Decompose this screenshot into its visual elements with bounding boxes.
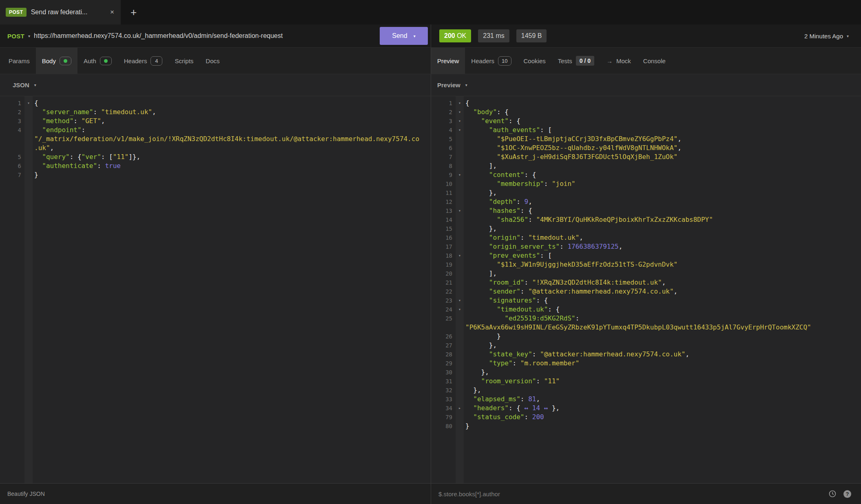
code-line: 3 "method": "GET", xyxy=(0,117,431,126)
fold-toggle-icon xyxy=(24,144,33,153)
code-line: 21 "room_id": "!XRqZN3zQD2dtHc8I4k:timed… xyxy=(431,278,861,287)
enabled-dot-badge xyxy=(60,57,71,65)
line-number: 6 xyxy=(431,144,456,153)
fold-toggle-icon[interactable]: ▾ xyxy=(456,108,464,117)
code-line: 23▾ "signatures": { xyxy=(431,296,861,305)
fold-toggle-icon[interactable]: ▾ xyxy=(456,251,464,260)
code-text: "membership": "join" xyxy=(464,179,861,188)
code-text: "room_version": "11" xyxy=(464,377,861,386)
code-text: "headers": { ↔ 14 ↔ }, xyxy=(464,404,861,413)
code-line: 18▾ "prev_events": [ xyxy=(431,251,861,260)
fold-toggle-icon xyxy=(456,188,464,197)
fold-toggle-icon[interactable]: ▾ xyxy=(456,206,464,215)
close-tab-icon[interactable]: × xyxy=(109,8,115,16)
line-number: 33 xyxy=(431,395,456,404)
tab-headers[interactable]: Headers10 xyxy=(465,48,517,74)
fold-toggle-icon[interactable]: ▾ xyxy=(456,99,464,108)
fold-toggle-icon xyxy=(24,108,33,117)
response-preview-editor[interactable]: 1▾{2▾ "body": {3▾ "event": {4▾ "auth_eve… xyxy=(431,96,861,483)
code-line: 7 "$XuAstr_j-eH9diSqF8J6T3FGDUct5lOqXjBe… xyxy=(431,153,861,161)
line-number: 3 xyxy=(0,117,24,126)
line-number: 80 xyxy=(431,422,456,431)
new-tab-button[interactable]: + xyxy=(121,0,146,24)
code-line: 32 }, xyxy=(431,386,861,395)
fold-toggle-icon[interactable]: ▾ xyxy=(456,296,464,305)
code-text: "body": { xyxy=(464,108,861,117)
tab-headers[interactable]: Headers4 xyxy=(118,48,169,74)
tab-preview[interactable]: Preview xyxy=(431,48,465,74)
code-line: 30 }, xyxy=(431,368,861,377)
body-mode-caret-icon: ▾ xyxy=(34,83,36,87)
fold-toggle-icon xyxy=(456,377,464,386)
send-options-caret-icon[interactable]: ▾ xyxy=(414,34,416,38)
body-mode-select[interactable]: JSON ▾ xyxy=(0,74,431,96)
fold-toggle-icon xyxy=(456,153,464,161)
response-size-badge: 1459 B xyxy=(516,29,547,42)
fold-toggle-icon xyxy=(456,332,464,341)
fold-toggle-icon[interactable]: ▾ xyxy=(456,170,464,179)
arrow-right-icon: → xyxy=(606,57,613,64)
line-number: 3 xyxy=(431,117,456,126)
tab-cookies[interactable]: Cookies xyxy=(518,48,552,74)
line-number: 13 xyxy=(431,206,456,215)
fold-toggle-icon[interactable]: ▾ xyxy=(456,126,464,135)
line-number: 4 xyxy=(0,126,24,135)
count-badge: 0 / 0 xyxy=(576,56,594,66)
fold-toggle-icon xyxy=(456,368,464,377)
code-line: 5 "query": {"ver": ["11"]}, xyxy=(0,153,431,161)
response-age-dropdown[interactable]: 2 Minutes Ago ▾ xyxy=(804,33,849,40)
beautify-json-button[interactable]: Beautify JSON xyxy=(7,491,45,497)
tab-auth[interactable]: Auth xyxy=(77,48,118,74)
fold-toggle-icon[interactable]: ▸ xyxy=(456,404,464,413)
response-mode-select[interactable]: Preview ▾ xyxy=(431,74,861,96)
tab-scripts[interactable]: Scripts xyxy=(168,48,199,74)
code-line: 3▾ "event": { xyxy=(431,117,861,126)
line-number xyxy=(431,323,456,332)
help-icon[interactable]: ? xyxy=(843,490,851,498)
line-number: 4 xyxy=(431,126,456,135)
method-label[interactable]: POST xyxy=(7,33,24,40)
tab-body[interactable]: Body xyxy=(36,48,77,74)
tab-tests[interactable]: Tests0 / 0 xyxy=(552,48,600,74)
code-line: 10 "membership": "join" xyxy=(431,179,861,188)
fold-toggle-icon xyxy=(24,135,33,144)
fold-toggle-icon[interactable]: ▾ xyxy=(456,305,464,314)
url-input[interactable]: https://hammerhead.nexy7574.co.uk/_hamme… xyxy=(34,32,376,40)
line-number: 25 xyxy=(431,314,456,323)
line-number: 2 xyxy=(431,108,456,117)
code-text: "query": {"ver": ["11"]}, xyxy=(33,153,431,161)
send-button[interactable]: Send ▾ xyxy=(380,27,428,45)
tab-params[interactable]: Params xyxy=(2,48,36,74)
tab-bar: POST Send raw federati... × + xyxy=(0,0,861,24)
line-number: 12 xyxy=(431,197,456,206)
api-client-window: POST Send raw federati... × + POST ▾ htt… xyxy=(0,0,861,504)
code-line: 4 "endpoint": xyxy=(0,126,431,135)
response-filter-input[interactable] xyxy=(438,490,821,498)
code-line: 13▾ "hashes": { xyxy=(431,206,861,215)
fold-toggle-icon xyxy=(456,260,464,269)
history-clock-icon[interactable] xyxy=(828,489,837,498)
code-line: 2▾ "body": { xyxy=(431,108,861,117)
code-line: 28 "state_key": "@attacker:hammerhead.ne… xyxy=(431,350,861,359)
code-line: 80} xyxy=(431,422,861,431)
count-badge: 4 xyxy=(151,56,162,66)
code-text: "sha256": "4MKr3BYI/QuHKkRoeQPjboixKhrTx… xyxy=(464,215,861,224)
fold-toggle-icon[interactable]: ▾ xyxy=(24,99,33,108)
code-text: "sender": "@attacker:hammerhead.nexy7574… xyxy=(464,287,861,296)
tab-label: Auth xyxy=(84,57,96,64)
code-text: { xyxy=(33,99,431,108)
tab-mock[interactable]: →Mock xyxy=(600,48,637,74)
code-line: 24▾ "timedout.uk": { xyxy=(431,305,861,314)
tab-docs[interactable]: Docs xyxy=(199,48,226,74)
code-text: }, xyxy=(464,188,861,197)
line-number: 5 xyxy=(0,153,24,161)
fold-toggle-icon[interactable]: ▾ xyxy=(456,117,464,126)
request-body-editor[interactable]: 1▾{2 "server_name": "timedout.uk",3 "met… xyxy=(0,96,431,483)
code-text: .uk", xyxy=(33,144,431,153)
fold-toggle-icon xyxy=(456,224,464,233)
request-tab[interactable]: POST Send raw federati... × xyxy=(0,0,121,24)
method-dropdown-caret-icon[interactable]: ▾ xyxy=(28,34,30,38)
fold-toggle-icon xyxy=(456,242,464,251)
code-line: .uk", xyxy=(0,144,431,153)
tab-console[interactable]: Console xyxy=(637,48,672,74)
